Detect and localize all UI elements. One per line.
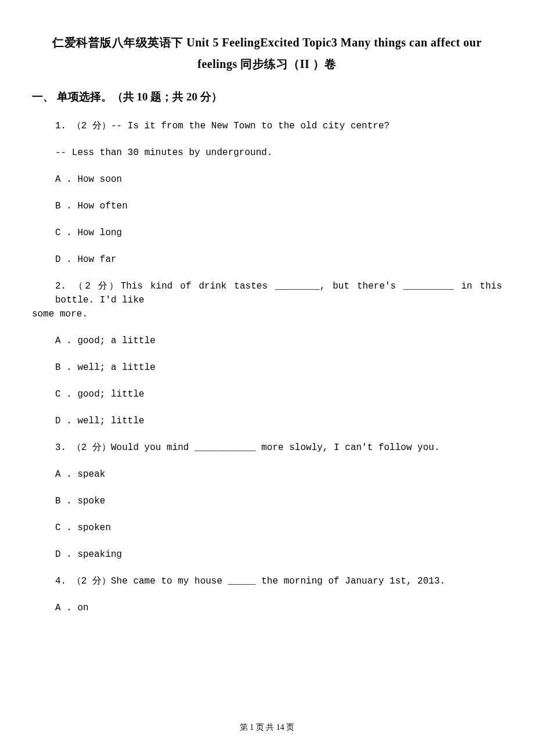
q1-option-b: B . How often (32, 199, 502, 213)
title-line-2: feelings 同步练习（II ）卷 (32, 56, 502, 72)
q2-stem: 2. （2 分）This kind of drink tastes ______… (32, 279, 502, 321)
q1-option-a: A . How soon (32, 172, 502, 186)
q4-stem: 4. （2 分）She came to my house _____ the m… (32, 574, 502, 588)
q3-stem: 3. （2 分）Would you mind ___________ more … (32, 441, 502, 455)
q2-stem-line2: some more. (32, 307, 502, 321)
q1-stem: 1. （2 分）-- Is it from the New Town to th… (32, 119, 502, 133)
q2-option-a: A . good; a little (32, 334, 502, 348)
q2-option-b: B . well; a little (32, 361, 502, 375)
page-footer: 第 1 页 共 14 页 (0, 722, 534, 733)
q1-continuation: -- Less than 30 minutes by underground. (32, 146, 502, 160)
q2-option-d: D . well; little (32, 414, 502, 428)
q3-option-a: A . speak (32, 467, 502, 481)
q4-option-a: A . on (32, 601, 502, 615)
q3-option-c: C . spoken (32, 521, 502, 535)
q2-stem-line1: 2. （2 分）This kind of drink tastes ______… (32, 279, 502, 307)
title-line-1: 仁爱科普版八年级英语下 Unit 5 FeelingExcited Topic3… (32, 35, 502, 51)
q1-option-d: D . How far (32, 253, 502, 267)
q3-option-b: B . spoke (32, 494, 502, 508)
q2-option-c: C . good; little (32, 387, 502, 401)
section-1-header: 一、 单项选择。（共 10 题；共 20 分） (32, 89, 502, 105)
q1-option-c: C . How long (32, 226, 502, 240)
q3-option-d: D . speaking (32, 548, 502, 561)
